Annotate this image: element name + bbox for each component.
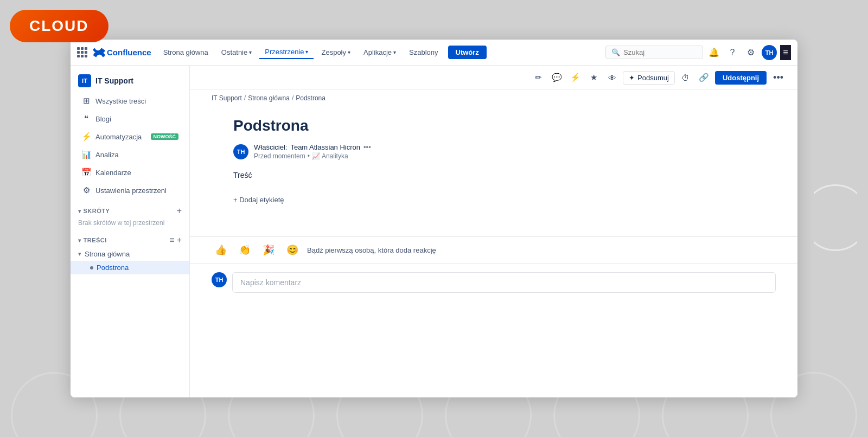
page-toolbar: ✏ 💬 ⚡ ★ 👁 ✦ Podsumuj ⏱ 🔗 Udostępnij ••• [190, 66, 797, 90]
nav-apps-label: Aplikacje [363, 48, 392, 56]
cloud-badge: CLOUD [10, 10, 108, 42]
ai-icon: ✦ [629, 74, 635, 82]
help-icon[interactable]: ? [725, 45, 740, 60]
sidebar-calendars[interactable]: 📅 Kalendarze [74, 164, 186, 181]
add-shortcut-button[interactable]: + [177, 206, 182, 216]
blogs-icon: ❝ [81, 114, 91, 124]
calendars-icon: 📅 [81, 168, 91, 177]
nav-spaces[interactable]: Przestrzenie ▾ [259, 46, 314, 59]
nav-home[interactable]: Strona główna [158, 46, 214, 59]
nav-teams[interactable]: Zespoły ▾ [316, 46, 356, 59]
nav-apps[interactable]: Aplikacje ▾ [358, 46, 401, 59]
view-icon[interactable]: 👁 [604, 70, 620, 85]
sidebar-settings[interactable]: ⚙ Ustawienia przestrzeni [74, 182, 186, 199]
nav-home-label: Strona główna [163, 48, 208, 56]
author-avatar: TH [233, 144, 248, 159]
chevron-down-icon: ▾ [249, 49, 252, 55]
breadcrumb: IT Support / Strona główna / Podstrona [190, 90, 797, 106]
reaction-clap[interactable]: 👏 [235, 242, 254, 258]
add-content-button[interactable]: + [177, 235, 182, 245]
breadcrumb-current: Podstrona [296, 94, 326, 102]
sidebar: IT IT Support ⊞ Wszystkie treści ❝ Blogi… [71, 66, 190, 397]
owner-name[interactable]: Team Atlassian Hicron [290, 143, 360, 151]
comment-area: TH Napisz komentarz [190, 264, 797, 301]
automation-icon: ⚡ [81, 132, 91, 142]
page-title: Podstrona [233, 117, 635, 134]
summarize-button[interactable]: ✦ Podsumuj [623, 71, 675, 85]
nav-spaces-label: Przestrzenie [265, 48, 304, 56]
edit-icon[interactable]: ✏ [531, 70, 546, 85]
main-window: Confluence Strona główna Ostatnie ▾ Prze… [71, 40, 797, 397]
commenter-avatar: TH [212, 272, 227, 287]
share-button[interactable]: Udostępnij [715, 71, 767, 85]
sidebar-all-content-label: Wszystkie treści [95, 97, 146, 105]
sidebar-analytics[interactable]: 📊 Analiza [74, 146, 186, 163]
search-icon: 🔍 [611, 48, 620, 56]
analytics-icon: 📈 [312, 152, 320, 160]
search-box[interactable]: 🔍 [605, 46, 703, 59]
page-content: Treść [233, 171, 635, 179]
search-input[interactable] [623, 48, 697, 56]
nav-templates[interactable]: Szablony [404, 46, 443, 59]
all-content-icon: ⊞ [81, 96, 91, 106]
more-options-icon[interactable]: ≡ [780, 45, 791, 60]
analytics-label: Analityka [322, 152, 348, 160]
meta-info: Właściciel: Team Atlassian Hicron ••• Pr… [254, 143, 371, 160]
settings-icon[interactable]: ⚙ [743, 45, 758, 60]
tree-item-subpage-label: Podstrona [97, 264, 129, 272]
sidebar-calendars-label: Kalendarze [95, 169, 131, 177]
owner-more-icon[interactable]: ••• [363, 143, 371, 151]
create-button[interactable]: Utwórz [448, 46, 487, 59]
settings-icon: ⚙ [81, 185, 91, 195]
link-icon[interactable]: 🔗 [697, 70, 712, 85]
top-navigation: Confluence Strona główna Ostatnie ▾ Prze… [71, 40, 797, 66]
user-avatar[interactable]: TH [762, 45, 777, 60]
add-label-button[interactable]: + Dodaj etykietę [233, 196, 635, 204]
reaction-party[interactable]: 🎉 [259, 242, 278, 258]
breadcrumb-space[interactable]: IT Support [212, 94, 242, 102]
confluence-name: Confluence [107, 48, 151, 57]
notifications-icon[interactable]: 🔔 [706, 45, 722, 60]
breadcrumb-separator: / [244, 94, 246, 102]
sidebar-blogs[interactable]: ❝ Blogi [74, 110, 186, 127]
tree-item-subpage[interactable]: Podstrona [71, 261, 189, 274]
chevron-down-icon: ▾ [78, 237, 81, 243]
shortcuts-section: ▾ SKRÓTY + [71, 200, 189, 218]
analytics-icon: 📊 [81, 150, 91, 159]
page-body: Podstrona TH Właściciel: Team Atlassian … [190, 106, 678, 236]
analytics-link[interactable]: 📈 Analityka [312, 152, 348, 160]
page-meta: TH Właściciel: Team Atlassian Hicron •••… [233, 143, 635, 160]
sidebar-analytics-label: Analiza [95, 151, 119, 159]
star-icon[interactable]: ★ [586, 70, 601, 85]
app-logo[interactable]: Confluence [77, 47, 151, 59]
chevron-down-icon: ▾ [305, 49, 308, 55]
nav-recent[interactable]: Ostatnie ▾ [216, 46, 257, 59]
chevron-down-icon: ▾ [348, 49, 350, 55]
reaction-thumbsup[interactable]: 👍 [212, 242, 230, 258]
tree-item-home[interactable]: ▾ Strona główna [71, 247, 189, 261]
body-area: IT IT Support ⊞ Wszystkie treści ❝ Blogi… [71, 66, 797, 397]
sidebar-automation-label: Automatyzacja [95, 133, 142, 141]
grid-icon [77, 47, 87, 57]
sidebar-space-header[interactable]: IT IT Support [71, 70, 189, 92]
page-time: Przed momentem [254, 152, 305, 160]
content-section-label: ▾ TREŚCI [78, 237, 107, 243]
sidebar-all-content[interactable]: ⊞ Wszystkie treści [74, 92, 186, 110]
sidebar-blogs-label: Blogi [95, 115, 111, 123]
shortcuts-label: ▾ SKRÓTY [78, 208, 110, 214]
reactions-bar: 👍 👏 🎉 😊 Bądź pierwszą osobą, która doda … [190, 236, 797, 264]
reaction-smile[interactable]: 😊 [283, 242, 302, 258]
history-icon[interactable]: ⏱ [678, 70, 693, 85]
lightning-icon[interactable]: ⚡ [567, 70, 583, 85]
chevron-down-icon: ▾ [393, 49, 396, 55]
more-actions-button[interactable]: ••• [770, 72, 787, 83]
dot-icon [90, 266, 93, 269]
new-badge: NOWOŚĆ [151, 133, 179, 140]
comment-input[interactable]: Napisz komentarz [232, 272, 776, 293]
comment-icon[interactable]: 💬 [549, 70, 564, 85]
sidebar-automation[interactable]: ⚡ Automatyzacja NOWOŚĆ [74, 128, 186, 145]
sidebar-settings-label: Ustawienia przestrzeni [95, 187, 167, 195]
filter-icon[interactable]: ≡ [169, 235, 174, 245]
main-content: ✏ 💬 ⚡ ★ 👁 ✦ Podsumuj ⏱ 🔗 Udostępnij ••• … [190, 66, 797, 397]
breadcrumb-parent[interactable]: Strona główna [248, 94, 290, 102]
